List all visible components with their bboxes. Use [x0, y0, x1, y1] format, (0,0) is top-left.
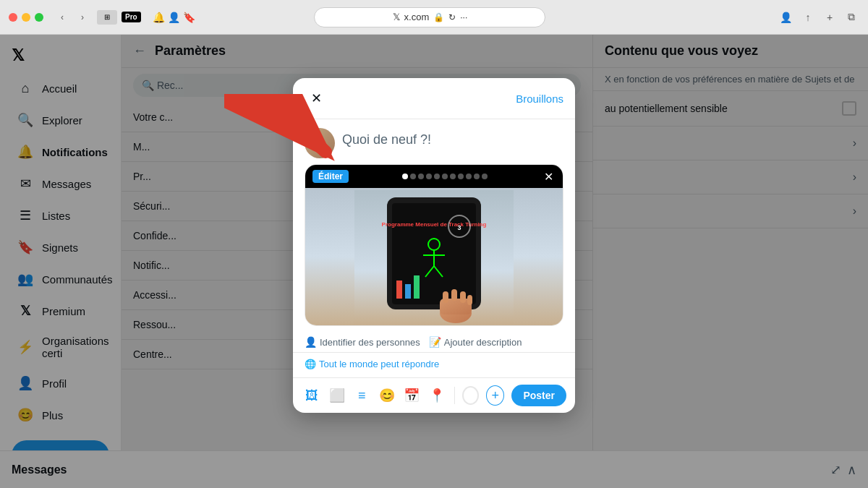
- editor-toolbar: Éditer ✕: [305, 165, 563, 188]
- identify-people-btn[interactable]: 👤 Identifier des personnes: [305, 336, 420, 348]
- modal-header: ✕ Brouillons: [293, 78, 575, 119]
- tab-bar: ⊞ Pro: [97, 10, 141, 25]
- editor-dot-4: [426, 174, 432, 179]
- more-icon[interactable]: ···: [460, 12, 467, 22]
- notification-icon[interactable]: 🔔: [153, 12, 165, 23]
- gif-btn[interactable]: ⬜: [326, 384, 346, 407]
- editor-close-btn[interactable]: ✕: [541, 169, 556, 184]
- image-btn[interactable]: 🖼: [302, 384, 322, 407]
- description-icon: 📝: [429, 336, 441, 348]
- list-btn[interactable]: ≡: [352, 384, 372, 407]
- compose-avatar: [305, 128, 335, 158]
- compose-modal: ✕ Brouillons Quoi de neuf ?! Éditer: [293, 78, 575, 413]
- add-tab-icon[interactable]: +: [822, 9, 838, 25]
- share-icon[interactable]: ↑: [800, 9, 816, 25]
- minimize-traffic-light[interactable]: [22, 13, 30, 22]
- editor-label[interactable]: Éditer: [312, 170, 349, 183]
- image-preview: Programme Mensuel de Track Turning 3: [305, 188, 563, 325]
- traffic-lights: [9, 13, 43, 22]
- browser-back-btn[interactable]: ‹: [54, 9, 71, 26]
- audience-btn[interactable]: 🌐 Tout le monde peut répondre: [305, 359, 439, 369]
- modal-close-btn[interactable]: ✕: [305, 87, 328, 110]
- identify-label: Identifier des personnes: [320, 337, 420, 348]
- svg-rect-18: [460, 291, 466, 303]
- svg-rect-16: [443, 291, 448, 303]
- account-icon[interactable]: 👤: [778, 9, 794, 25]
- browser-nav-controls: ‹ ›: [54, 9, 91, 26]
- audience-row: 🌐 Tout le monde peut répondre: [293, 353, 575, 378]
- modal-draft-btn[interactable]: Brouillons: [516, 93, 563, 105]
- editor-dot-9: [466, 174, 472, 179]
- toolbar-divider: [454, 387, 455, 404]
- compose-area: Quoi de neuf ?!: [293, 119, 575, 164]
- audience-label: Tout le monde peut répondre: [319, 359, 439, 369]
- editor-dots: [353, 174, 537, 179]
- user-icon[interactable]: 👤: [168, 12, 180, 23]
- close-traffic-light[interactable]: [9, 13, 17, 22]
- char-counter: [462, 386, 480, 405]
- editor-dot-3: [418, 174, 424, 179]
- svg-rect-12: [405, 284, 411, 299]
- sidebar-toggle[interactable]: ⊞: [97, 10, 117, 25]
- add-description-btn[interactable]: 📝 Ajouter description: [429, 336, 522, 348]
- audience-icon: 🌐: [305, 359, 316, 369]
- identify-icon: 👤: [305, 336, 317, 348]
- editor-dot-6: [442, 174, 448, 179]
- svg-rect-17: [451, 289, 457, 301]
- editor-dot-5: [434, 174, 440, 179]
- url-text: x.com: [404, 12, 430, 22]
- svg-rect-19: [467, 295, 472, 305]
- compose-toolbar: 🖼 ⬜ ≡ 😊 📅 📍 + Poster: [293, 378, 575, 413]
- add-thread-btn[interactable]: +: [486, 385, 504, 406]
- browser-forward-btn[interactable]: ›: [74, 9, 91, 26]
- site-icon: 𝕏: [393, 12, 400, 22]
- location-btn[interactable]: 📍: [426, 384, 446, 407]
- svg-rect-13: [414, 275, 420, 299]
- description-label: Ajouter description: [444, 337, 522, 348]
- svg-text:3: 3: [457, 224, 461, 231]
- emoji-btn[interactable]: 😊: [376, 384, 396, 407]
- modal-overlay[interactable]: ✕ Brouillons Quoi de neuf ?! Éditer: [0, 35, 868, 488]
- lock-icon: 🔒: [433, 12, 444, 22]
- compose-input[interactable]: Quoi de neuf ?!: [342, 128, 563, 147]
- image-actions-bar: 👤 Identifier des personnes 📝 Ajouter des…: [293, 332, 575, 353]
- image-editor: Éditer ✕: [305, 164, 563, 326]
- browser-chrome: ‹ › ⊞ Pro 🔔 👤 🔖 𝕏 x.com 🔒 ↻ ··· 👤 ↑ + ⧉: [0, 0, 868, 35]
- editor-dot-11: [482, 174, 488, 179]
- editor-dot-8: [458, 174, 464, 179]
- editor-dot-1: [402, 174, 408, 179]
- schedule-btn[interactable]: 📅: [401, 384, 422, 407]
- maximize-traffic-light[interactable]: [35, 13, 43, 22]
- post-button[interactable]: Poster: [511, 385, 566, 406]
- editor-dot-2: [410, 174, 416, 179]
- pro-badge: Pro: [122, 12, 141, 22]
- svg-rect-11: [396, 281, 402, 299]
- editor-dot-10: [474, 174, 480, 179]
- tablet-svg: Programme Mensuel de Track Turning 3: [354, 190, 514, 324]
- toolbar-right: 👤 ↑ + ⧉: [778, 9, 859, 25]
- window-arrange-icon[interactable]: ⧉: [843, 9, 859, 25]
- bookmark-browser-icon[interactable]: 🔖: [183, 12, 195, 23]
- address-bar[interactable]: 𝕏 x.com 🔒 ↻ ···: [314, 7, 545, 27]
- editor-dot-7: [450, 174, 456, 179]
- refresh-icon[interactable]: ↻: [448, 12, 456, 22]
